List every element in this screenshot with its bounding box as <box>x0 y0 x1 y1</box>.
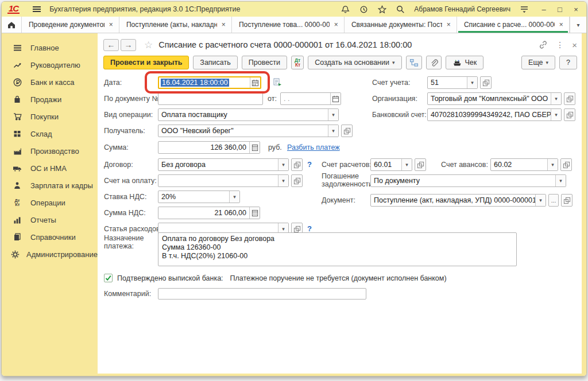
vat-rate-field[interactable]: 20% ▾ <box>158 190 240 203</box>
amount-field[interactable]: 126 360,00 <box>158 141 260 154</box>
account-field[interactable]: 51 ▾ <box>427 76 478 89</box>
open-account-button[interactable] <box>480 76 492 89</box>
sidebar-item-salary-hr[interactable]: Зарплата и кадры <box>2 177 98 194</box>
tab-goods-receipt[interactable]: Поступление това... 0000-000001 × <box>232 17 345 33</box>
sidebar-item-production[interactable]: Производство <box>2 142 98 160</box>
more-actions-button[interactable]: Еще ▾ <box>521 56 555 69</box>
organization-field[interactable]: Торговый дом "Комплексный" ООО ▾ <box>427 92 562 105</box>
tab-receipts-acts[interactable]: Поступление (акты, накладные... × <box>119 17 232 33</box>
calculator-icon[interactable] <box>249 142 260 153</box>
open-settlement-account-button[interactable] <box>415 158 426 171</box>
dropdown-icon[interactable]: ▾ <box>328 125 338 137</box>
save-button[interactable]: Записать <box>193 56 237 69</box>
sidebar-item-warehouse[interactable]: Склад <box>2 125 98 142</box>
payee-field[interactable]: ООО "Невский берег" ▾ <box>158 125 339 137</box>
related-documents-button[interactable] <box>406 56 422 69</box>
invoice-field[interactable]: ▾ <box>158 174 289 187</box>
close-tab-icon[interactable]: × <box>220 21 227 29</box>
dropdown-icon[interactable]: ▾ <box>547 159 558 170</box>
tab-bank-writeoff-active[interactable]: Списание с расче... 0000-000001 × <box>457 17 570 33</box>
dropdown-icon[interactable]: ▾ <box>278 175 288 186</box>
help-button[interactable]: ? <box>559 56 577 69</box>
sidebar-item-manager[interactable]: Руководителю <box>2 56 98 73</box>
sidebar-item-fixed-assets[interactable]: ОС и НМА <box>2 160 98 177</box>
dropdown-icon[interactable]: ▾ <box>328 109 338 120</box>
favorite-star-icon[interactable]: ☆ <box>144 39 153 51</box>
operation-kind-field[interactable]: Оплата поставщику ▾ <box>158 108 339 121</box>
search-icon[interactable] <box>395 4 405 14</box>
sidebar-item-operations[interactable]: ДтКт Операции <box>2 194 98 211</box>
sidebar-item-sales[interactable]: Продажи <box>2 91 98 108</box>
more-menu-icon[interactable]: ⋮ <box>556 40 564 49</box>
show-postings-dtkt-button[interactable]: ДтКт <box>291 56 304 69</box>
vat-amount-field[interactable]: 21 060,00 <box>158 207 260 219</box>
dropdown-icon[interactable]: ▾ <box>278 159 288 170</box>
contract-field[interactable]: Без договора ▾ <box>158 158 289 171</box>
current-user-name[interactable]: Абрамов Геннадий Сергеевич <box>414 5 510 13</box>
dropdown-icon[interactable]: ▾ <box>467 77 477 88</box>
tab-home[interactable] <box>2 17 22 33</box>
close-window-button[interactable]: × <box>570 4 582 14</box>
get-link-icon[interactable] <box>539 40 548 49</box>
expense-item-help-icon[interactable]: ? <box>307 224 312 233</box>
create-based-on-button[interactable]: Создать на основании ▾ <box>308 56 401 69</box>
by-document-date-field[interactable]: . . <box>280 92 341 105</box>
sidebar-item-administration[interactable]: Администрирование <box>2 246 98 263</box>
by-document-number-field[interactable] <box>158 92 263 105</box>
close-tab-icon[interactable]: × <box>108 21 114 29</box>
debt-repayment-field[interactable]: По документу ▾ <box>370 174 566 187</box>
open-invoice-button[interactable] <box>291 174 303 187</box>
service-menu-icon[interactable] <box>519 4 529 14</box>
dropdown-icon[interactable]: ▾ <box>229 191 239 203</box>
payment-purpose-textarea[interactable]: Оплата по договору Без договора Сумма 12… <box>158 232 517 266</box>
choose-document-button[interactable]: ... <box>548 194 559 207</box>
date-field[interactable]: 16.04.2021 18:00:00 <box>158 76 261 89</box>
forward-button[interactable]: → <box>121 39 136 51</box>
dropdown-icon[interactable]: ▾ <box>551 109 561 120</box>
settlement-account-field[interactable]: 60.01 ▾ <box>370 158 412 171</box>
contract-help-icon[interactable]: ? <box>307 160 312 169</box>
advance-account-field[interactable]: 60.02 ▾ <box>490 158 558 171</box>
open-organization-button[interactable] <box>564 92 575 105</box>
maximize-button[interactable]: □ <box>554 4 566 14</box>
close-tab-icon[interactable]: × <box>333 21 339 29</box>
sidebar-item-purchases[interactable]: Покупки <box>2 108 98 125</box>
bank-account-field[interactable]: 40702810399994349242, ПАО СБЕРБАНК ▾ <box>427 108 562 121</box>
sidebar-item-main[interactable]: Главное <box>2 39 98 56</box>
open-document-button[interactable] <box>561 194 572 207</box>
open-advance-account-button[interactable] <box>560 158 572 171</box>
tab-document-posting[interactable]: Проведение документов × <box>22 17 119 33</box>
open-bank-account-button[interactable] <box>564 108 575 121</box>
open-contract-button[interactable] <box>291 158 303 171</box>
close-form-icon[interactable]: × <box>572 40 577 50</box>
minimize-button[interactable]: – <box>538 4 550 14</box>
main-menu-icon[interactable] <box>32 4 42 14</box>
tabs-overflow-button[interactable]: ▾ <box>570 17 586 33</box>
comment-field[interactable] <box>158 288 366 300</box>
post-and-close-button[interactable]: Провести и закрыть <box>103 56 189 69</box>
tab-related-documents[interactable]: Связанные документы: Поступ... × <box>345 17 457 33</box>
confirmed-checkbox[interactable] <box>104 274 113 282</box>
sidebar-item-directories[interactable]: Справочники <box>2 228 98 246</box>
calendar-icon[interactable] <box>330 93 341 104</box>
notifications-bell-icon[interactable] <box>340 4 350 14</box>
split-payment-link[interactable]: Разбить платеж <box>287 143 340 151</box>
sidebar-item-bank-cash[interactable]: Банк и касса <box>2 73 98 91</box>
back-button[interactable]: ← <box>103 39 119 51</box>
post-button[interactable]: Провести <box>242 56 287 69</box>
attachments-button[interactable] <box>426 56 442 69</box>
base-document-field[interactable]: Поступление (акт, накладная, УПД) 0000-0… <box>370 194 546 207</box>
favorites-star-icon[interactable] <box>377 4 387 14</box>
history-icon[interactable] <box>358 4 369 14</box>
close-tab-icon[interactable]: × <box>558 21 564 29</box>
calendar-icon[interactable] <box>250 77 260 88</box>
dropdown-icon[interactable]: ▾ <box>535 195 546 206</box>
check-receipt-button[interactable]: Чек <box>446 56 484 69</box>
linked-document-icon[interactable] <box>273 77 283 90</box>
open-payee-button[interactable] <box>341 125 353 137</box>
sidebar-item-reports[interactable]: Отчеты <box>2 211 98 228</box>
calculator-icon[interactable] <box>249 207 260 219</box>
dropdown-icon[interactable]: ▾ <box>551 93 561 104</box>
dropdown-icon[interactable]: ▾ <box>401 159 412 170</box>
close-tab-icon[interactable]: × <box>446 21 452 29</box>
